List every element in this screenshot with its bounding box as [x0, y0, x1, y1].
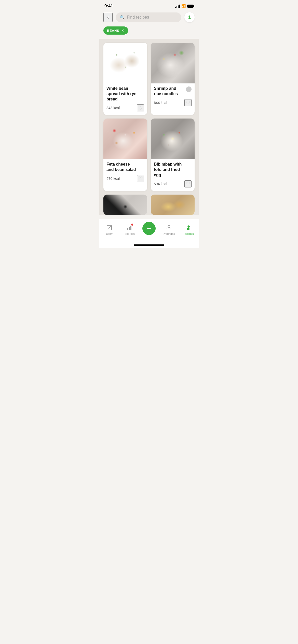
search-placeholder: Find recipes [127, 15, 149, 20]
recipe-info-shrimp: Shrimp and rice noodles 644 kcal ♡ [151, 83, 195, 110]
recipe-kcal-feta: 570 kcal [106, 177, 120, 181]
recipe-image-bibimbap [151, 119, 195, 159]
recipe-title-feta: Feta cheese and bean salad [106, 162, 144, 172]
recipe-footer-white-bean: 343 kcal ♡ [106, 104, 144, 111]
partial-image-left [103, 195, 147, 215]
programs-icon-area [165, 224, 172, 231]
home-bar [134, 244, 164, 246]
recipe-card-feta[interactable]: Feta cheese and bean salad 570 kcal ♡ [103, 119, 147, 191]
status-bar: 9:41 📶 [99, 0, 199, 10]
beans-tag-close-icon[interactable]: ✕ [121, 28, 125, 33]
recipe-kcal-bibimbap: 594 kcal [154, 182, 167, 186]
programs-label: Programs [163, 232, 175, 235]
recipe-title-shrimp: Shrimp and rice noodles [154, 86, 192, 97]
progress-label: Progress [124, 232, 135, 235]
svg-rect-5 [187, 228, 190, 230]
progress-notification-dot [131, 224, 133, 226]
recipe-info-bibimbap: Bibimbap with tofu and fried egg 594 kca… [151, 159, 195, 191]
beans-tag[interactable]: BEANS ✕ [103, 26, 128, 35]
status-icons: 📶 [175, 4, 194, 8]
recipe-title-bibimbap: Bibimbap with tofu and fried egg [154, 162, 192, 178]
battery-icon [187, 5, 194, 8]
recipes-grid: White bean spread with rye bread 343 kca… [103, 43, 195, 191]
nav-item-diary[interactable]: Diary [99, 224, 119, 235]
nav-item-programs[interactable]: Programs [159, 224, 179, 235]
recipes-label: Recipes [184, 232, 194, 235]
diary-icon [106, 225, 112, 231]
home-indicator [99, 243, 199, 248]
search-bar[interactable]: 🔍 Find recipes [116, 12, 181, 22]
recipe-kcal-white-bean: 343 kcal [106, 106, 120, 110]
partial-card-right[interactable] [151, 195, 195, 215]
recipe-dot-shrimp [186, 86, 192, 92]
svg-rect-2 [129, 227, 130, 230]
recipes-icon-area [185, 224, 192, 231]
beans-tag-label: BEANS [107, 29, 119, 33]
signal-bars-icon [175, 5, 180, 8]
recipes-icon [186, 225, 192, 231]
recipe-image-shrimp [151, 43, 195, 83]
heart-icon-feta: ♡ [138, 175, 143, 182]
back-button[interactable]: ‹ [103, 13, 113, 22]
diary-label: Diary [106, 232, 113, 235]
add-plus-icon: + [147, 225, 151, 232]
svg-rect-1 [127, 228, 128, 230]
recipe-card-shrimp[interactable]: Shrimp and rice noodles 644 kcal ♡ [151, 43, 195, 115]
recipes-section: White bean spread with rye bread 343 kca… [99, 39, 199, 215]
recipe-footer-bibimbap: 594 kcal ♡ [154, 180, 192, 187]
heart-icon-bibimbap: ♡ [186, 181, 190, 187]
heart-button-feta[interactable]: ♡ [137, 175, 144, 182]
nav-item-add[interactable]: + [139, 222, 159, 238]
back-arrow-icon: ‹ [107, 14, 109, 20]
tags-row: BEANS ✕ [99, 25, 199, 39]
recipe-title-white-bean: White bean spread with rye bread [106, 86, 144, 102]
heart-button-shrimp[interactable]: ♡ [184, 99, 192, 106]
bottom-nav: Diary Progress + Programs [99, 219, 199, 243]
filter-count: 1 [188, 15, 191, 20]
recipe-card-white-bean[interactable]: White bean spread with rye bread 343 kca… [103, 43, 147, 115]
partial-card-left[interactable] [103, 195, 147, 215]
heart-button-bibimbap[interactable]: ♡ [184, 180, 192, 187]
heart-button-white-bean[interactable]: ♡ [137, 104, 144, 111]
progress-icon-area [126, 224, 133, 231]
nav-item-recipes[interactable]: Recipes [179, 224, 199, 235]
partial-image-right [151, 195, 195, 215]
partial-cards-row [103, 195, 195, 215]
recipe-info-white-bean: White bean spread with rye bread 343 kca… [103, 83, 147, 115]
status-time: 9:41 [104, 4, 113, 9]
heart-icon-shrimp: ♡ [186, 100, 190, 106]
recipe-info-feta: Feta cheese and bean salad 570 kcal ♡ [103, 159, 147, 186]
recipe-footer-feta: 570 kcal ♡ [106, 175, 144, 182]
filter-badge[interactable]: 1 [184, 12, 195, 22]
svg-rect-3 [130, 226, 131, 230]
nav-item-progress[interactable]: Progress [119, 224, 139, 235]
diary-icon-area [106, 224, 113, 231]
search-icon: 🔍 [120, 15, 125, 20]
recipe-footer-shrimp: 644 kcal ♡ [154, 99, 192, 106]
progress-icon [126, 225, 132, 231]
wifi-icon: 📶 [181, 4, 186, 8]
programs-icon [166, 225, 172, 231]
heart-icon-white-bean: ♡ [138, 105, 143, 111]
add-button[interactable]: + [142, 222, 156, 235]
recipe-image-white-bean [103, 43, 147, 83]
header: ‹ 🔍 Find recipes 1 [99, 10, 199, 25]
recipe-kcal-shrimp: 644 kcal [154, 101, 167, 105]
recipe-card-bibimbap[interactable]: Bibimbap with tofu and fried egg 594 kca… [151, 119, 195, 191]
recipe-image-feta [103, 119, 147, 159]
